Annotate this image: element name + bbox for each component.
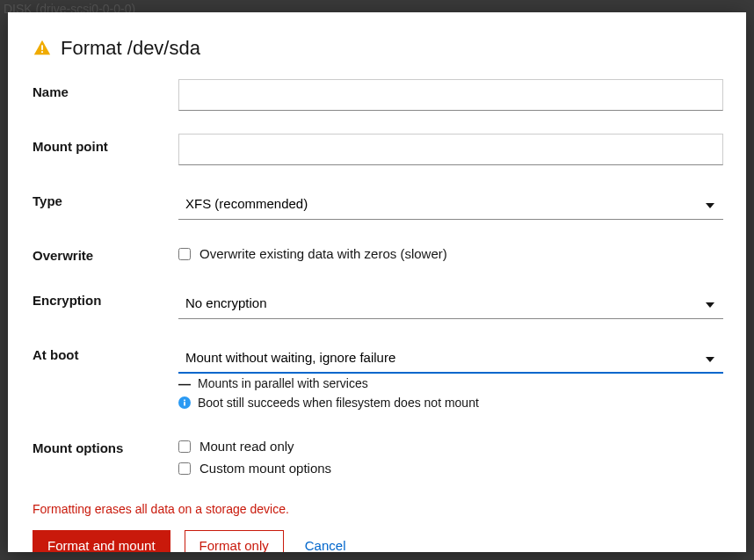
mount-readonly-label[interactable]: Mount read only	[199, 439, 294, 454]
custom-mount-label[interactable]: Custom mount options	[199, 461, 331, 476]
label-mount-point: Mount point	[33, 134, 178, 154]
warning-icon	[33, 39, 52, 58]
button-row: Format and mount Format only Cancel	[33, 530, 723, 552]
dash-icon: —	[178, 377, 191, 389]
row-overwrite: Overwrite Overwrite existing data with z…	[33, 243, 723, 265]
at-boot-select-value: Mount without waiting, ignore failure	[185, 350, 395, 365]
at-boot-select[interactable]: Mount without waiting, ignore failure	[178, 342, 723, 374]
encryption-select-value: No encryption	[185, 295, 267, 310]
label-at-boot: At boot	[33, 342, 178, 362]
row-encryption: Encryption No encryption	[33, 287, 723, 319]
svg-rect-0	[41, 45, 43, 50]
type-select[interactable]: XFS (recommended)	[178, 188, 723, 220]
row-type: Type XFS (recommended)	[33, 188, 723, 220]
row-at-boot: At boot Mount without waiting, ignore fa…	[33, 342, 723, 412]
format-and-mount-button[interactable]: Format and mount	[33, 530, 170, 552]
label-name: Name	[33, 79, 178, 99]
row-name: Name	[33, 79, 723, 111]
at-boot-hint-2-text: Boot still succeeds when filesystem does…	[198, 396, 479, 410]
cancel-button[interactable]: Cancel	[298, 531, 353, 552]
format-modal: Format /dev/sda Name Mount point Type XF…	[8, 12, 746, 552]
custom-mount-checkbox[interactable]	[178, 462, 191, 475]
warning-text: Formatting erases all data on a storage …	[33, 502, 723, 516]
overwrite-checkbox-label[interactable]: Overwrite existing data with zeros (slow…	[199, 246, 447, 261]
mount-point-input[interactable]	[178, 134, 723, 165]
label-mount-options: Mount options	[33, 435, 178, 455]
overwrite-checkbox[interactable]	[178, 248, 191, 260]
info-icon	[178, 396, 191, 409]
label-type: Type	[33, 188, 178, 208]
svg-rect-4	[184, 400, 185, 402]
svg-rect-3	[184, 402, 185, 405]
label-overwrite: Overwrite	[33, 243, 178, 263]
svg-rect-1	[41, 51, 43, 53]
modal-title: Format /dev/sda	[61, 37, 200, 60]
row-mount-options: Mount options Mount read only Custom mou…	[33, 435, 723, 479]
encryption-select[interactable]: No encryption	[178, 287, 723, 319]
row-mount-point: Mount point	[33, 134, 723, 165]
format-only-button[interactable]: Format only	[185, 530, 284, 552]
at-boot-hint-1-text: Mounts in parallel with services	[198, 376, 368, 390]
label-encryption: Encryption	[33, 287, 178, 308]
type-select-value: XFS (recommended)	[185, 196, 308, 211]
modal-header: Format /dev/sda	[33, 37, 723, 60]
at-boot-hint-1: — Mounts in parallel with services	[178, 374, 723, 393]
name-input[interactable]	[178, 79, 723, 111]
at-boot-hint-2: Boot still succeeds when filesystem does…	[178, 393, 723, 412]
mount-readonly-checkbox[interactable]	[178, 440, 191, 453]
